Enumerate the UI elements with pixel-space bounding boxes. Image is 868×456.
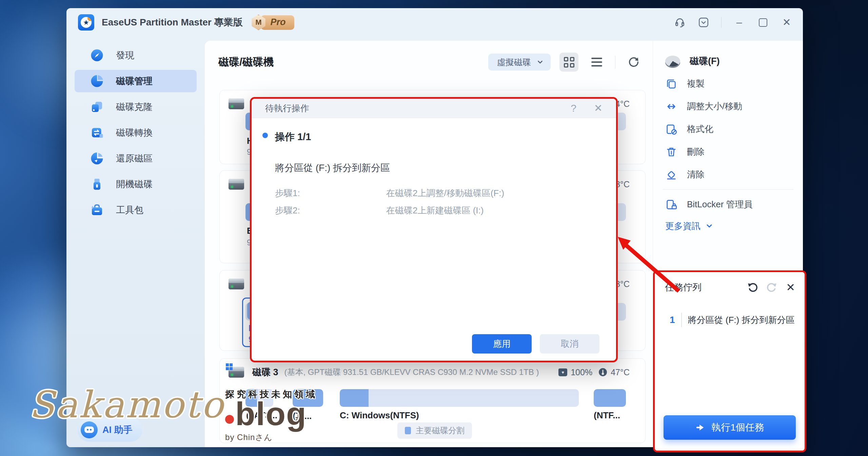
help-icon[interactable]: ? [571,103,576,113]
app-title: EaseUS Partition Master 專業版 [102,16,242,29]
apply-button[interactable]: 應用 [472,334,532,354]
ai-assistant-button[interactable]: AI 助手 [77,418,142,442]
robot-icon [81,421,98,438]
disk-health: ♥100% [558,367,592,377]
partition-label: (FAT3... [246,410,277,421]
task-queue-title: 任務佇列 [665,281,738,293]
sidebar-item-toolkit[interactable]: 工具包 [75,199,197,221]
virtual-disk-filter-dropdown[interactable]: 虛擬磁碟 [488,54,551,71]
disk-name: 磁碟 3 [252,366,278,378]
titlebar: ★ EaseUS Partition Master 專業版 M Pro – ✕ [66,8,803,37]
boot-hdd-icon [229,367,244,378]
redo-icon[interactable] [766,282,778,293]
task-queue-panel: 任務佇列 ✕ 1 將分區從 (F:) 拆分到新分區 執行1個任務 [653,270,806,452]
compass-icon [90,49,104,62]
chevron-down-icon [536,58,544,66]
panel-divider [663,189,793,190]
sidebar-item-label: 還原磁區 [116,152,153,165]
dropdown-menu-icon[interactable] [697,16,710,28]
usb-boot-icon [90,177,104,191]
disk-info: (基本, GPT磁碟 931.51 GB/KLEVV CRAS C930 M.2… [284,367,539,378]
support-headset-icon[interactable] [674,16,686,28]
pending-operations-dialog: 待執行操作 ? ✕ 操作 1/1 將分區從 (F:) 拆分到新分區 步驟1:在磁… [250,97,618,362]
delete-trash-icon [665,146,677,158]
action-copy[interactable]: 複製 [653,72,803,95]
cancel-button[interactable]: 取消 [540,334,599,354]
sidebar-item-label: 發現 [116,49,134,61]
dialog-header: 待執行操作 ? ✕ [252,99,616,118]
hdd-icon [229,179,244,190]
selected-disk-title: 磁碟(F) [653,50,803,72]
undo-icon[interactable] [747,282,758,293]
operation-step: 步驟1:在磁碟2上調整/移動磁碟區(F:) [275,187,601,199]
arrow-right-icon [695,422,705,433]
app-logo-icon: ★ [78,14,94,31]
partition-block[interactable] [594,389,626,407]
partition-block-c-windows[interactable] [340,389,579,407]
task-queue-item[interactable]: 1 將分區從 (F:) 拆分到新分區 [670,313,796,327]
legend-swatch [405,427,411,434]
disk-pie-icon [90,74,104,88]
partition-label: (其... [293,410,312,422]
partition-block[interactable] [293,389,323,407]
eraser-icon [665,169,677,181]
sidebar-item-disk-convert[interactable]: 磁碟轉換 [75,121,197,144]
partition-label: (NTF... [594,410,620,421]
execute-tasks-button[interactable]: 執行1個任務 [664,415,796,440]
clone-icon [90,100,104,114]
action-wipe[interactable]: 清除 [653,163,803,186]
sidebar-item-discover[interactable]: 發現 [75,44,197,66]
operation-step: 步驟2:在磁碟2上新建磁碟區 (I:) [275,205,601,216]
sidebar-item-bootable-media[interactable]: 開機磁碟 [75,173,197,195]
thermometer-icon [598,368,607,377]
task-text: 將分區從 (F:) 拆分到新分區 [688,314,795,326]
hdd-icon [229,279,244,289]
task-index: 1 [670,313,682,327]
close-dialog-icon[interactable]: ✕ [594,103,603,113]
dialog-title: 待執行操作 [265,102,553,114]
health-icon: ♥ [558,368,567,376]
windows-logo-icon [226,363,233,370]
dialog-body: 操作 1/1 將分區從 (F:) 拆分到新分區 步驟1:在磁碟2上調整/移動磁碟… [252,118,616,361]
minimize-button[interactable]: – [733,16,745,28]
maximize-button[interactable] [757,16,769,28]
refresh-icon [628,56,640,68]
convert-icon [90,126,104,139]
action-format[interactable]: 格式化 [653,118,803,140]
hdd-icon [229,98,244,109]
copy-icon [665,78,677,90]
sidebar-item-disk-management[interactable]: 磁碟管理 [75,70,197,92]
sidebar-item-label: 磁碟管理 [116,75,153,87]
resize-move-icon [665,100,677,113]
refresh-button[interactable] [624,53,643,72]
disk-temperature: 47°C [598,367,630,377]
disk-3d-icon [665,56,680,66]
list-view-button[interactable] [587,53,606,72]
bullet-dot-icon [262,133,268,138]
header-divider [615,56,615,69]
action-resize-move[interactable]: 調整大小/移動 [653,95,803,118]
titlebar-divider [721,17,722,28]
sidebar-item-recover-partition[interactable]: 還原磁區 [75,147,197,170]
sidebar: 發現 磁碟管理 磁碟克隆 磁碟轉換 還原磁區 開機磁碟 [66,41,205,447]
format-icon [665,123,677,135]
more-info-link[interactable]: 更多資訊 [653,216,803,236]
operation-description: 將分區從 (F:) 拆分到新分區 [275,162,601,174]
grid-view-button[interactable] [559,53,578,72]
grid-view-icon [564,57,574,68]
partition-label: C: Windows(NTFS) [340,410,419,421]
primary-partition-legend: 主要磁碟分割 [397,422,472,439]
bitlocker-lock-icon [665,198,677,211]
action-bitlocker[interactable]: BitLocker 管理員 [653,193,803,216]
sidebar-item-label: 開機磁碟 [116,178,153,190]
sidebar-item-label: 磁碟轉換 [116,127,153,139]
close-task-queue-icon[interactable]: ✕ [786,281,795,294]
close-window-button[interactable]: ✕ [781,16,793,28]
partition-block[interactable] [245,389,273,407]
page-title: 磁碟/磁碟機 [218,55,274,69]
recover-icon [90,152,104,165]
action-delete[interactable]: 刪除 [653,140,803,163]
sidebar-item-disk-clone[interactable]: 磁碟克隆 [75,96,197,118]
list-view-icon [591,58,602,66]
disk-card-3[interactable]: 磁碟 3 (基本, GPT磁碟 931.51 GB/KLEVV CRAS C93… [219,358,646,443]
